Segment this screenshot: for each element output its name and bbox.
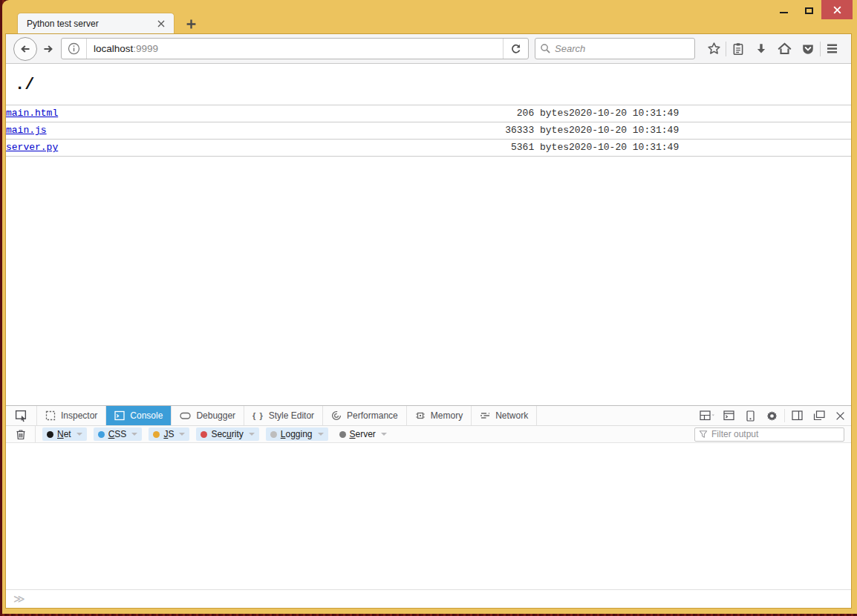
filter-label: JS xyxy=(163,429,174,439)
settings-button[interactable] xyxy=(761,406,783,425)
file-listing-table: main.html 206 bytes 2020-10-20 10:31:49 … xyxy=(6,105,851,157)
menu-button[interactable] xyxy=(821,38,844,60)
clear-console-button[interactable] xyxy=(6,426,36,442)
caret-down-icon xyxy=(381,433,387,436)
caret-down-icon xyxy=(318,433,324,436)
tab-label: Console xyxy=(130,410,163,421)
file-date: 2020-10-20 10:31:49 xyxy=(569,105,851,122)
forward-button[interactable] xyxy=(39,39,58,59)
dock-side-icon xyxy=(792,410,803,421)
table-row: server.py 5361 bytes 2020-10-20 10:31:49 xyxy=(6,140,851,157)
hamburger-icon xyxy=(825,42,839,56)
tab-memory[interactable]: Memory xyxy=(407,406,472,425)
filter-server-button[interactable]: Server xyxy=(335,427,391,441)
tab-performance[interactable]: Performance xyxy=(323,406,407,425)
debugger-icon xyxy=(180,410,191,421)
element-picker-button[interactable] xyxy=(6,406,37,425)
tab-label: Performance xyxy=(347,410,398,421)
memory-icon xyxy=(415,410,426,421)
filter-label: Net xyxy=(57,429,71,439)
file-date: 2020-10-20 10:31:49 xyxy=(569,122,851,140)
file-size: 206 bytes xyxy=(443,105,569,122)
reload-button[interactable] xyxy=(503,39,528,59)
toolbar-separator xyxy=(820,42,821,56)
logging-dot-icon xyxy=(270,431,277,438)
responsive-mode-button[interactable] xyxy=(740,406,761,425)
maximize-icon xyxy=(805,7,813,14)
file-size: 36333 bytes xyxy=(443,122,569,140)
devtools-panel: Inspector Console Debugger { } Style Edi… xyxy=(6,405,851,608)
downloads-button[interactable] xyxy=(750,38,772,60)
back-arrow-icon xyxy=(19,43,31,55)
search-icon xyxy=(540,43,551,54)
close-devtools-button[interactable] xyxy=(830,406,851,425)
tab-console[interactable]: Console xyxy=(106,406,172,425)
window-controls xyxy=(771,0,853,19)
bookmark-star-button[interactable] xyxy=(703,38,725,60)
tab-inspector[interactable]: Inspector xyxy=(37,406,106,425)
filter-output-box[interactable] xyxy=(694,427,844,442)
file-link[interactable]: server.py xyxy=(6,142,58,153)
filter-label: Logging xyxy=(281,429,313,439)
bookmarks-menu-button[interactable] xyxy=(727,38,749,60)
file-link[interactable]: main.html xyxy=(6,108,58,119)
address-bar[interactable]: localhost:9999 xyxy=(61,38,529,59)
dock-to-side-button[interactable] xyxy=(786,406,808,425)
filter-label: CSS xyxy=(108,429,127,439)
filter-output-input[interactable] xyxy=(711,429,840,439)
filter-js-button[interactable]: JS xyxy=(149,427,189,441)
maximize-button[interactable] xyxy=(796,0,821,19)
split-console-icon xyxy=(723,410,734,421)
toolbar-icons xyxy=(703,38,844,60)
console-output[interactable] xyxy=(6,443,851,589)
filter-security-button[interactable]: Security xyxy=(196,427,258,441)
caret-down-icon xyxy=(179,433,185,436)
browser-tab[interactable]: Python test server xyxy=(17,13,175,34)
console-command-line[interactable]: ≫ xyxy=(6,589,851,608)
filter-label: Server xyxy=(350,429,376,439)
close-button[interactable] xyxy=(821,0,853,19)
tab-debugger[interactable]: Debugger xyxy=(172,406,244,425)
tab-label: Network xyxy=(495,410,528,421)
filter-css-button[interactable]: CSS xyxy=(94,427,143,441)
security-dot-icon xyxy=(201,431,207,438)
caret-down-icon xyxy=(131,433,137,436)
separate-window-button[interactable] xyxy=(808,406,830,425)
table-row: main.html 206 bytes 2020-10-20 10:31:49 xyxy=(6,105,851,122)
forward-arrow-icon xyxy=(42,43,54,55)
back-button[interactable] xyxy=(13,37,37,61)
css-dot-icon xyxy=(98,431,105,438)
filter-logging-button[interactable]: Logging xyxy=(266,427,328,441)
pocket-button[interactable] xyxy=(797,38,819,60)
server-dot-icon xyxy=(339,431,346,438)
site-info-button[interactable] xyxy=(62,39,87,59)
iframe-selector-button[interactable] xyxy=(697,406,718,425)
tab-network[interactable]: Network xyxy=(472,406,537,425)
tab-label: Debugger xyxy=(196,410,235,421)
toolbar-separator xyxy=(784,409,785,422)
page-content: ./ main.html 206 bytes 2020-10-20 10:31:… xyxy=(6,64,851,405)
new-tab-button[interactable] xyxy=(182,16,200,32)
console-filter-bar: Net CSS JS Security xyxy=(6,426,851,443)
file-link[interactable]: main.js xyxy=(6,125,47,136)
url-text[interactable]: localhost:9999 xyxy=(87,43,503,54)
tab-title: Python test server xyxy=(27,19,154,29)
funnel-icon xyxy=(699,430,708,439)
chrome-body: localhost:9999 xyxy=(6,34,851,608)
filter-net-button[interactable]: Net xyxy=(42,427,87,441)
toolbar-spacer xyxy=(537,406,697,425)
toolbar-separator xyxy=(726,42,726,56)
search-bar[interactable] xyxy=(535,38,695,59)
tab-label: Memory xyxy=(431,410,463,421)
info-icon xyxy=(68,42,80,55)
split-console-button[interactable] xyxy=(718,406,740,425)
home-button[interactable] xyxy=(774,38,796,60)
tab-close-icon[interactable] xyxy=(154,17,168,30)
minimize-button[interactable] xyxy=(771,0,796,19)
net-dot-icon xyxy=(47,431,53,438)
search-input[interactable] xyxy=(555,43,690,54)
directory-heading: ./ xyxy=(15,76,851,94)
console-icon xyxy=(114,410,125,421)
tab-style-editor[interactable]: { } Style Editor xyxy=(244,406,323,425)
performance-icon xyxy=(331,410,342,421)
